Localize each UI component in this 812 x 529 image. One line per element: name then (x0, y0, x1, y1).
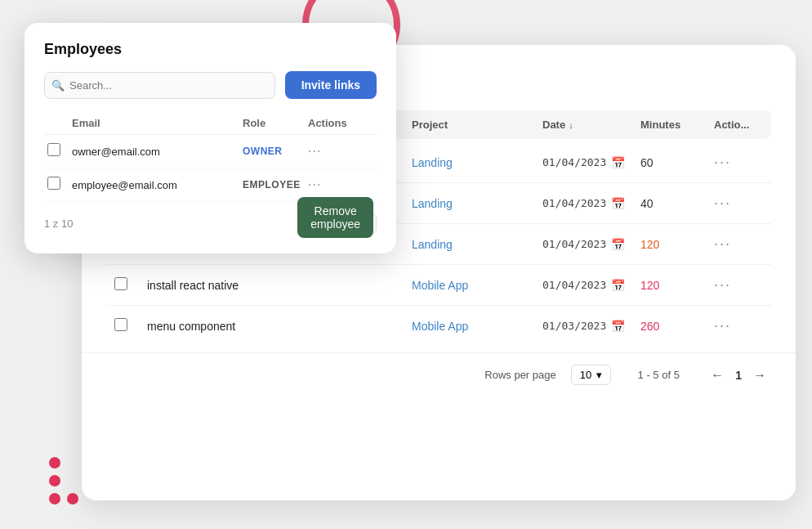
row-project-0[interactable]: Landing (412, 155, 542, 170)
row-project-1[interactable]: Landing (412, 196, 542, 211)
emp-role-2: EMPLOYEE (243, 179, 308, 191)
col-minutes-header: Minutes (640, 119, 714, 131)
emp-col-email-header: Email (72, 117, 243, 129)
emp-table-row-2: employee@email.com EMPLOYEE ··· Remove e… (44, 168, 377, 202)
search-icon: 🔍 (51, 79, 65, 92)
row-minutes-0: 60 (640, 156, 714, 169)
invite-links-button[interactable]: Invite links (285, 71, 377, 99)
emp-actions-dots-1[interactable]: ··· (308, 144, 321, 158)
employees-card: Employees 🔍 Invite links Email Role Acti… (25, 23, 396, 253)
col-date-header[interactable]: Date ↓ (542, 119, 640, 131)
emp-pagination-info: 1 z 10 (44, 217, 73, 230)
project-link-0[interactable]: Landing (412, 156, 453, 169)
emp-actions-2: ··· Remove employee (308, 177, 373, 192)
emp-checkbox-cell-1[interactable] (47, 143, 72, 159)
row-project-4[interactable]: Mobile App (412, 319, 542, 334)
project-link-3[interactable]: Mobile App (412, 279, 468, 292)
row-minutes-3: 120 (640, 279, 714, 292)
employees-title: Employees (44, 41, 377, 58)
rows-per-page-value: 10 (580, 369, 591, 381)
row-task-3: install react native (147, 279, 412, 292)
remove-employee-dropdown: Remove employee (297, 194, 373, 238)
actions-dots-3[interactable]: ··· (714, 276, 731, 293)
pagination-info: 1 - 5 of 5 (626, 369, 691, 381)
calendar-icon-2: 📅 (611, 238, 625, 251)
row-date-0: 01/04/2023 📅 (542, 156, 640, 169)
row-minutes-1: 40 (640, 197, 714, 210)
search-input-wrap: 🔍 (44, 72, 275, 99)
rows-per-page-select[interactable]: 10 ▾ (571, 365, 611, 385)
emp-checkbox-2[interactable] (47, 177, 60, 190)
next-page-button[interactable]: → (748, 366, 771, 384)
actions-dots-0[interactable]: ··· (714, 154, 731, 170)
row-actions-1[interactable]: ··· (714, 195, 763, 212)
pagination-bar: Rows per page 10 ▾ 1 - 5 of 5 ← 1 → (82, 352, 796, 397)
row-checkbox-4[interactable] (114, 318, 127, 331)
page-number: 1 (735, 369, 742, 382)
emp-email-1: owner@email.com (72, 146, 243, 158)
remove-employee-button[interactable]: Remove employee (297, 197, 373, 238)
row-checkbox-cell-4[interactable] (114, 318, 147, 334)
emp-actions-dots-2[interactable]: ··· (308, 177, 321, 191)
row-actions-0[interactable]: ··· (714, 154, 763, 171)
prev-page-button[interactable]: ← (706, 366, 729, 384)
table-row: install react native Mobile App 01/04/20… (106, 265, 771, 306)
row-minutes-4: 260 (640, 320, 714, 333)
table-row: menu component Mobile App 01/03/2023 📅 2… (106, 306, 771, 346)
actions-dots-1[interactable]: ··· (714, 195, 731, 211)
emp-role-1: OWNER (243, 146, 308, 157)
row-checkbox-cell-3[interactable] (114, 277, 147, 294)
calendar-icon-3: 📅 (611, 279, 625, 292)
row-date-3: 01/04/2023 📅 (542, 279, 640, 292)
col-actions-header: Actio... (714, 119, 763, 131)
emp-checkbox-1[interactable] (47, 143, 60, 156)
row-project-2[interactable]: Landing (412, 237, 542, 252)
row-date-1: 01/04/2023 📅 (542, 197, 640, 210)
emp-actions-1[interactable]: ··· (308, 144, 373, 159)
row-actions-4[interactable]: ··· (714, 317, 763, 334)
rows-per-page-label: Rows per page (484, 369, 555, 381)
col-project-header: Project (412, 119, 542, 131)
employees-top-row: 🔍 Invite links (44, 71, 377, 99)
date-text-3: 01/04/2023 (542, 279, 606, 291)
decorative-dots (49, 457, 78, 504)
emp-col-role-header: Role (243, 117, 308, 129)
date-text-2: 01/04/2023 (542, 238, 606, 250)
row-date-4: 01/03/2023 📅 (542, 320, 640, 333)
row-minutes-2: 120 (640, 238, 714, 251)
pagination-nav: ← 1 → (706, 366, 771, 384)
date-text-4: 01/03/2023 (542, 320, 606, 332)
date-text-0: 01/04/2023 (542, 156, 606, 168)
project-link-1[interactable]: Landing (412, 197, 453, 210)
row-project-3[interactable]: Mobile App (412, 278, 542, 293)
project-link-4[interactable]: Mobile App (412, 320, 468, 333)
search-input[interactable] (44, 72, 275, 99)
row-checkbox-3[interactable] (114, 277, 127, 290)
emp-col-check-header (47, 117, 72, 129)
sort-icon: ↓ (569, 120, 573, 130)
date-text-1: 01/04/2023 (542, 197, 606, 209)
emp-table-row-1: owner@email.com OWNER ··· (44, 135, 377, 168)
project-link-2[interactable]: Landing (412, 238, 453, 251)
row-date-2: 01/04/2023 📅 (542, 238, 640, 251)
row-actions-2[interactable]: ··· (714, 235, 763, 253)
calendar-icon-0: 📅 (611, 156, 625, 169)
chevron-down-icon: ▾ (596, 369, 602, 381)
emp-col-actions-header: Actions (308, 117, 373, 129)
calendar-icon-4: 📅 (611, 320, 625, 333)
row-task-4: menu component (147, 320, 412, 333)
emp-table-header: Email Role Actions (44, 112, 377, 135)
actions-dots-2[interactable]: ··· (714, 235, 731, 252)
calendar-icon-1: 📅 (611, 197, 625, 210)
row-actions-3[interactable]: ··· (714, 276, 763, 294)
actions-dots-4[interactable]: ··· (714, 317, 731, 334)
emp-checkbox-cell-2[interactable] (47, 177, 72, 193)
emp-email-2: employee@email.com (72, 179, 243, 191)
